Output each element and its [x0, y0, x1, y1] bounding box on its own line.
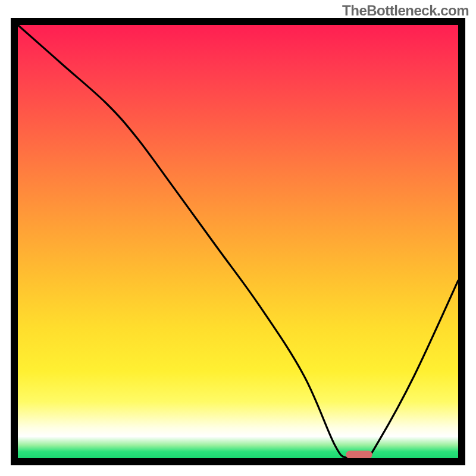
watermark-text: TheBottleneck.com: [342, 2, 469, 19]
plot-outer-border: [11, 18, 465, 465]
curve-layer: [18, 25, 458, 458]
chart-frame: TheBottleneck.com: [0, 0, 476, 476]
plot-area: [18, 25, 458, 458]
optimal-zone-marker: [346, 451, 372, 458]
bottleneck-curve: [18, 25, 458, 458]
